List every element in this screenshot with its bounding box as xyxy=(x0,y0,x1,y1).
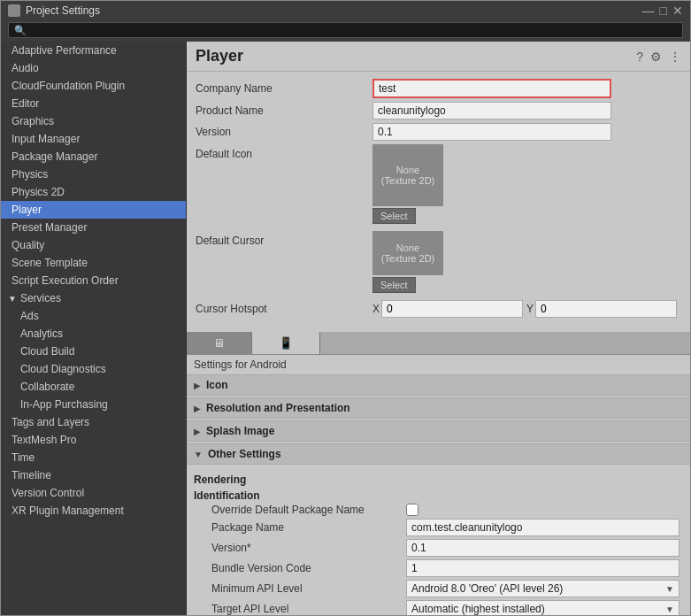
package-name-label: Package Name xyxy=(211,521,406,534)
sidebar-item-time[interactable]: Time xyxy=(1,449,186,466)
sidebar-item-input-manager[interactable]: Input Manager xyxy=(1,130,186,148)
package-name-input[interactable] xyxy=(406,519,679,536)
company-name-input[interactable] xyxy=(372,79,611,98)
other-settings-arrow: ▼ xyxy=(194,450,203,459)
hotspot-x-label: X xyxy=(372,303,380,315)
min-api-label: Minimum API Level xyxy=(211,582,406,595)
version-star-input[interactable] xyxy=(406,539,679,557)
target-api-row: Target API Level Automatic (highest inst… xyxy=(194,600,683,615)
sidebar-item-tags-and-layers[interactable]: Tags and Layers xyxy=(1,413,186,431)
sidebar-item-quality[interactable]: Quality xyxy=(1,236,186,254)
sidebar: Adaptive Performance Audio CloudFoundati… xyxy=(1,42,187,615)
minimize-button[interactable]: — xyxy=(642,4,655,17)
sidebar-item-editor[interactable]: Editor xyxy=(1,95,186,112)
maximize-button[interactable]: □ xyxy=(660,4,667,17)
other-settings-content: Rendering Identification Override Defaul… xyxy=(187,466,690,615)
sidebar-item-version-control[interactable]: Version Control xyxy=(1,484,186,502)
icon-section-header[interactable]: ▶ Icon xyxy=(187,374,690,396)
settings-for-label: Settings for Android xyxy=(187,355,690,374)
panel-title: Player xyxy=(196,47,636,65)
sidebar-item-cloud-foundation[interactable]: CloudFoundation Plugin xyxy=(1,77,186,95)
window-icon xyxy=(8,4,20,17)
sidebar-item-xr-plugin-management[interactable]: XR Plugin Management xyxy=(1,502,186,520)
override-package-checkbox[interactable] xyxy=(406,504,418,516)
sidebar-item-cloud-diagnostics[interactable]: Cloud Diagnostics xyxy=(1,360,186,378)
package-name-row: Package Name xyxy=(194,519,683,536)
icon-section-label: Icon xyxy=(206,379,228,391)
company-name-row: Company Name xyxy=(196,79,681,98)
sidebar-item-scene-template[interactable]: Scene Template xyxy=(1,254,186,272)
content-area: Adaptive Performance Audio CloudFoundati… xyxy=(1,42,690,615)
sidebar-item-physics-2d[interactable]: Physics 2D xyxy=(1,183,186,201)
title-bar: Project Settings — □ ✕ xyxy=(1,1,690,20)
panel-content: Company Name Product Name Version Defaul… xyxy=(187,72,690,332)
min-api-dropdown[interactable]: Android 8.0 'Oreo' (API level 26) ▼ xyxy=(406,580,679,597)
title-bar-controls: — □ ✕ xyxy=(642,4,683,17)
panel-header: Player ? ⚙ ⋮ xyxy=(187,42,690,72)
sidebar-item-cloud-build[interactable]: Cloud Build xyxy=(1,343,186,360)
identification-label: Identification xyxy=(194,489,683,502)
search-input[interactable] xyxy=(8,22,683,38)
resolution-section-label: Resolution and Presentation xyxy=(206,402,350,414)
target-api-arrow-icon: ▼ xyxy=(665,604,674,614)
hotspot-y-input[interactable] xyxy=(535,300,677,318)
sidebar-group-services[interactable]: ▼ Services xyxy=(1,289,186,307)
default-icon-type: (Texture 2D) xyxy=(381,175,435,186)
hotspot-x-coord: X xyxy=(372,300,523,318)
platform-tab-desktop[interactable]: 🖥 xyxy=(187,332,252,354)
sidebar-item-in-app-purchasing[interactable]: In-App Purchasing xyxy=(1,396,186,413)
bundle-version-row: Bundle Version Code xyxy=(194,559,683,577)
close-button[interactable]: ✕ xyxy=(672,4,683,17)
default-icon-area: Default Icon None (Texture 2D) Select xyxy=(196,144,681,224)
desktop-icon: 🖥 xyxy=(213,336,225,350)
search-bar xyxy=(1,20,690,42)
other-settings-section-header[interactable]: ▼ Other Settings xyxy=(187,443,690,465)
min-api-row: Minimum API Level Android 8.0 'Oreo' (AP… xyxy=(194,580,683,597)
more-icon[interactable]: ⋮ xyxy=(669,50,681,64)
version-star-row: Version* xyxy=(194,539,683,557)
default-cursor-none: None xyxy=(396,243,419,253)
default-cursor-slot: None (Texture 2D) xyxy=(372,231,443,275)
company-name-label: Company Name xyxy=(196,82,372,95)
sidebar-item-script-execution-order[interactable]: Script Execution Order xyxy=(1,272,186,289)
sidebar-item-ads[interactable]: Ads xyxy=(1,307,186,325)
splash-section-header[interactable]: ▶ Splash Image xyxy=(187,420,690,442)
min-api-value: Android 8.0 'Oreo' (API level 26) xyxy=(411,582,563,595)
version-label: Version xyxy=(196,126,372,138)
panel-icons: ? ⚙ ⋮ xyxy=(636,50,681,64)
hotspot-y-label: Y xyxy=(526,303,534,315)
sidebar-item-preset-manager[interactable]: Preset Manager xyxy=(1,219,186,236)
default-icon-label: Default Icon xyxy=(196,144,372,160)
version-input[interactable] xyxy=(372,123,611,141)
sidebar-item-audio[interactable]: Audio xyxy=(1,59,186,77)
sidebar-item-textmesh-pro[interactable]: TextMesh Pro xyxy=(1,431,186,449)
default-icon-none: None xyxy=(396,165,419,175)
version-row: Version xyxy=(196,123,681,141)
services-arrow-icon: ▼ xyxy=(8,294,17,304)
main-panel: Player ? ⚙ ⋮ Company Name Product Name xyxy=(187,42,690,615)
sidebar-item-player[interactable]: Player xyxy=(1,201,186,219)
sidebar-item-collaborate[interactable]: Collaborate xyxy=(1,378,186,396)
sidebar-item-graphics[interactable]: Graphics xyxy=(1,112,186,130)
sidebar-item-analytics[interactable]: Analytics xyxy=(1,325,186,343)
sidebar-item-adaptive-performance[interactable]: Adaptive Performance xyxy=(1,42,186,59)
window-title: Project Settings xyxy=(26,4,100,17)
resolution-section-header[interactable]: ▶ Resolution and Presentation xyxy=(187,397,690,419)
override-package-row: Override Default Package Name xyxy=(194,504,683,516)
splash-section-arrow: ▶ xyxy=(194,427,201,436)
product-name-input[interactable] xyxy=(372,102,611,119)
help-icon[interactable]: ? xyxy=(636,50,643,64)
hotspot-x-input[interactable] xyxy=(381,300,523,318)
bundle-version-input[interactable] xyxy=(406,559,679,577)
sidebar-item-physics[interactable]: Physics xyxy=(1,166,186,183)
target-api-dropdown[interactable]: Automatic (highest installed) ▼ xyxy=(406,600,679,615)
hotspot-y-coord: Y xyxy=(526,300,677,318)
platform-tab-android[interactable]: 📱 xyxy=(252,332,320,354)
default-cursor-select-button[interactable]: Select xyxy=(372,277,416,293)
sidebar-item-services-label: Services xyxy=(20,292,61,304)
sidebar-item-timeline[interactable]: Timeline xyxy=(1,466,186,484)
settings-icon[interactable]: ⚙ xyxy=(650,50,662,64)
default-icon-select-button[interactable]: Select xyxy=(372,208,416,224)
default-cursor-area: Default Cursor None (Texture 2D) Select xyxy=(196,231,681,293)
sidebar-item-package-manager[interactable]: Package Manager xyxy=(1,148,186,166)
